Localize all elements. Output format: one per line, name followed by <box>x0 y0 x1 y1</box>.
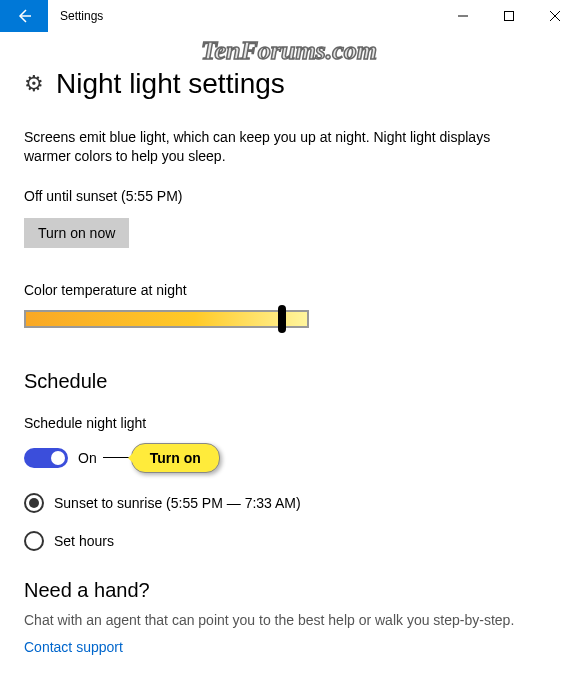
schedule-heading: Schedule <box>24 370 554 393</box>
close-button[interactable] <box>532 0 578 32</box>
toggle-row: On Turn on <box>24 443 554 473</box>
radio-sunset-sunrise[interactable]: Sunset to sunrise (5:55 PM — 7:33 AM) <box>24 493 554 513</box>
minimize-button[interactable] <box>440 0 486 32</box>
turn-on-now-button[interactable]: Turn on now <box>24 218 129 248</box>
toggle-state-label: On <box>78 450 97 466</box>
back-button[interactable] <box>0 0 48 32</box>
close-icon <box>550 11 560 21</box>
radio-label: Set hours <box>54 533 114 549</box>
app-title: Settings <box>60 9 103 23</box>
watermark: TenForums.com <box>201 36 377 66</box>
maximize-icon <box>504 11 514 21</box>
radio-set-hours[interactable]: Set hours <box>24 531 554 551</box>
callout-bubble: Turn on <box>131 443 220 473</box>
slider-thumb[interactable] <box>278 305 286 333</box>
status-text: Off until sunset (5:55 PM) <box>24 188 554 204</box>
schedule-toggle[interactable] <box>24 448 68 468</box>
title-bar: Settings <box>0 0 578 32</box>
callout-annotation: Turn on <box>103 443 220 473</box>
radio-button-icon <box>24 531 44 551</box>
window-controls <box>440 0 578 32</box>
minimize-icon <box>458 11 468 21</box>
schedule-toggle-label: Schedule night light <box>24 415 554 431</box>
toggle-knob <box>51 451 65 465</box>
contact-support-link[interactable]: Contact support <box>24 639 123 655</box>
page-description: Screens emit blue light, which can keep … <box>24 128 514 166</box>
page-header: ⚙ Night light settings <box>24 68 554 100</box>
back-arrow-icon <box>16 8 32 24</box>
help-heading: Need a hand? <box>24 579 554 602</box>
radio-label: Sunset to sunrise (5:55 PM — 7:33 AM) <box>54 495 301 511</box>
gear-icon: ⚙ <box>24 71 44 97</box>
maximize-button[interactable] <box>486 0 532 32</box>
page-title: Night light settings <box>56 68 285 100</box>
help-text: Chat with an agent that can point you to… <box>24 612 554 628</box>
radio-button-icon <box>24 493 44 513</box>
svg-rect-0 <box>505 12 514 21</box>
content-area: ⚙ Night light settings Screens emit blue… <box>0 32 578 656</box>
color-temp-slider[interactable] <box>24 310 309 328</box>
color-temp-label: Color temperature at night <box>24 282 554 298</box>
